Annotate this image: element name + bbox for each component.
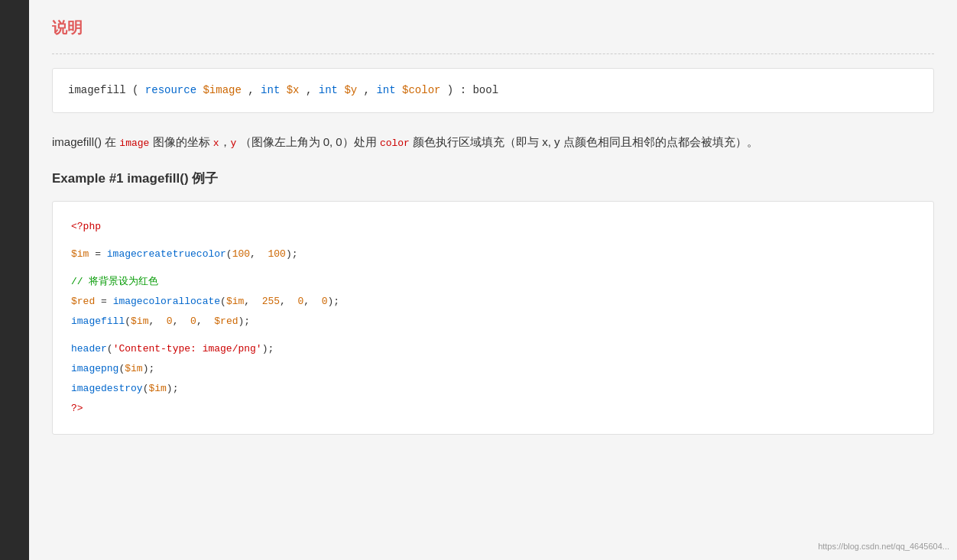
divider	[52, 53, 934, 54]
page-wrapper: 说明 imagefill ( resource $image , int $x …	[0, 0, 957, 560]
desc-text3: ，	[219, 135, 231, 148]
code-line-3: $im = imagecreatetruecolor(100, 100);	[71, 244, 915, 264]
signature-box: imagefill ( resource $image , int $x , i…	[52, 68, 934, 113]
sig-param-y: $y	[344, 84, 357, 96]
sig-param-color: $color	[402, 84, 440, 96]
code-line-1: <?php	[71, 217, 915, 237]
code-line-7: imagefill($im, 0, 0, $red);	[71, 312, 915, 332]
sig-type-int2: int	[319, 84, 338, 96]
page-title: 说明	[52, 15, 934, 40]
watermark: https://blog.csdn.net/qq_4645604...	[818, 540, 949, 554]
desc-text1: imagefill() 在	[52, 135, 119, 148]
code-empty-1	[71, 237, 915, 244]
desc-code-x: x	[213, 138, 219, 149]
desc-text4: （图像左上角为 0, 0）处用	[236, 135, 380, 148]
code-line-5: // 将背景设为红色	[71, 272, 915, 292]
example-title: Example #1 imagefill() 例子	[52, 168, 934, 189]
sig-function-name: imagefill	[68, 84, 132, 96]
code-php-open: <?php	[71, 221, 101, 232]
sig-type-int1: int	[261, 84, 280, 96]
code-line-11: imagedestroy($im);	[71, 379, 915, 399]
sig-type-int3: int	[376, 84, 395, 96]
code-empty-2	[71, 264, 915, 272]
desc-text2: 图像的坐标	[149, 135, 212, 148]
sig-param-x: $x	[287, 84, 300, 96]
sidebar	[0, 0, 29, 560]
content: 说明 imagefill ( resource $image , int $x …	[29, 0, 957, 560]
sig-return-type: bool	[472, 84, 498, 96]
code-line-6: $red = imagecolorallocate($im, 255, 0, 0…	[71, 292, 915, 312]
code-line-9: header('Content-type: image/png');	[71, 339, 915, 359]
description-text: imagefill() 在 image 图像的坐标 x，y （图像左上角为 0,…	[52, 131, 934, 152]
sig-param-image: $image	[203, 84, 241, 96]
desc-text5: 颜色执行区域填充（即与 x, y 点颜色相同且相邻的点都会被填充）。	[410, 135, 758, 148]
sig-type-resource: resource	[145, 84, 196, 96]
code-empty-3	[71, 332, 915, 339]
code-line-10: imagepng($im);	[71, 359, 915, 379]
code-php-close: ?>	[71, 403, 83, 414]
code-block: <?php $im = imagecreatetruecolor(100, 10…	[52, 201, 934, 435]
desc-code-color: color	[380, 138, 410, 149]
sig-paren-open: (	[132, 84, 145, 96]
desc-code-image: image	[119, 138, 149, 149]
code-line-12: ?>	[71, 399, 915, 419]
